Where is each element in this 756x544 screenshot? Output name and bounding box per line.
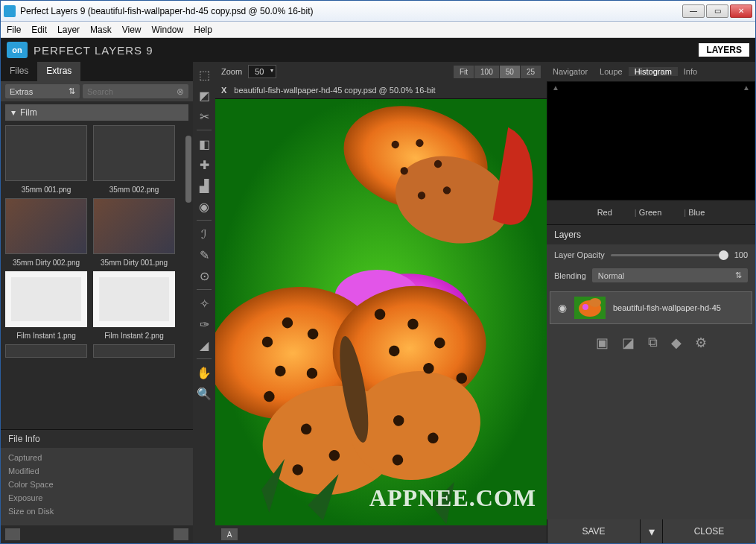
channel-green[interactable]: Green	[639, 208, 662, 217]
paint-tool-icon[interactable]: ✎	[194, 245, 214, 265]
canvas[interactable]: APPNEE.COM	[215, 99, 547, 525]
lasso-tool-icon[interactable]: ⊙	[194, 266, 214, 285]
zoom-tool-icon[interactable]: 🔍	[194, 384, 214, 403]
minimize-button[interactable]: —	[682, 4, 705, 18]
file-info-captured: Captured	[8, 451, 185, 464]
extras-dropdown-label: Extras	[10, 87, 33, 96]
stamp-tool-icon[interactable]: ▟	[194, 176, 214, 195]
zoom-50-button[interactable]: 50	[500, 66, 520, 78]
opacity-slider[interactable]	[611, 254, 728, 256]
gear-icon[interactable]: ⚙	[695, 335, 707, 351]
maximize-button[interactable]: ▭	[706, 4, 728, 18]
menu-window[interactable]: Window	[152, 25, 184, 35]
preset-thumb[interactable]: 35mm 001.png	[5, 125, 87, 194]
menu-layer[interactable]: Layer	[57, 25, 80, 35]
file-info-modified: Modified	[8, 464, 185, 478]
brand-logo: on	[7, 42, 28, 58]
channel-blue[interactable]: Blue	[688, 208, 705, 217]
tab-histogram[interactable]: Histogram	[629, 67, 678, 76]
zoom-100-button[interactable]: 100	[474, 66, 499, 78]
chevron-down-icon: ▾	[270, 67, 273, 74]
tab-loupe[interactable]: Loupe	[594, 67, 629, 76]
brand-name: PERFECT LAYERS 9	[34, 44, 153, 57]
chevron-updown-icon: ⇅	[69, 86, 75, 96]
menu-view[interactable]: View	[122, 25, 142, 35]
scrollbar[interactable]	[185, 136, 191, 203]
hand-tool-icon[interactable]: ✋	[194, 363, 214, 382]
clear-search-icon[interactable]: ⊗	[177, 86, 184, 97]
transform-tool-icon[interactable]: ◩	[194, 86, 214, 105]
section-film-header[interactable]: ▾ Film	[5, 104, 188, 121]
tab-navigator[interactable]: Navigator	[547, 67, 594, 76]
layer-thumbnail	[574, 297, 606, 319]
window-title: Perfect Layers 9 (beautiful-fish-wallpap…	[20, 6, 314, 16]
svg-point-36	[589, 298, 601, 307]
blend-label: Blending	[554, 271, 586, 280]
file-info-colorspace: Color Space	[8, 478, 185, 491]
chevron-updown-icon: ⇅	[735, 271, 742, 280]
scissors-tool-icon[interactable]: ✂	[194, 107, 214, 126]
save-button[interactable]: SAVE	[547, 519, 640, 543]
preset-thumb[interactable]: 35mm 002.png	[93, 125, 175, 194]
eraser-tool-icon[interactable]: ◧	[194, 134, 214, 154]
document-tab-name[interactable]: beautiful-fish-wallpaper-hd-45 copy.psd …	[234, 86, 435, 95]
tab-info[interactable]: Info	[678, 67, 703, 76]
blend-mode-dropdown[interactable]: Normal ⇅	[592, 268, 748, 282]
save-dropdown-icon[interactable]: ▾	[640, 519, 662, 543]
layers-module-button[interactable]: LAYERS	[699, 43, 749, 57]
close-document-icon[interactable]: X	[221, 86, 226, 95]
gradient-tool-icon[interactable]: ◢	[194, 335, 214, 355]
watermark: APPNEE.COM	[369, 484, 536, 512]
merge-layer-icon[interactable]: ⧉	[648, 335, 658, 351]
chevron-down-icon: ▾	[11, 107, 16, 118]
pen-tool-icon[interactable]: ✑	[194, 314, 214, 334]
search-input[interactable]	[87, 87, 177, 96]
duplicate-layer-icon[interactable]: ◪	[622, 335, 635, 351]
svg-point-37	[582, 304, 588, 310]
eye-tool-icon[interactable]: ◉	[194, 197, 214, 216]
view-columns-icon[interactable]	[5, 528, 20, 540]
zoom-25-button[interactable]: 25	[521, 66, 541, 78]
extras-dropdown[interactable]: Extras ⇅	[5, 84, 80, 98]
menu-edit[interactable]: Edit	[31, 25, 47, 35]
heal-tool-icon[interactable]: ✚	[194, 155, 214, 174]
opacity-label: Layer Opacity	[554, 250, 605, 259]
preset-thumb[interactable]: 35mm Dirty 002.png	[5, 198, 87, 267]
wand-tool-icon[interactable]: ✧	[194, 294, 214, 313]
layer-row[interactable]: ◉ beautiful-fish-wallpaper-hd-45	[550, 291, 752, 324]
close-button[interactable]: CLOSE	[662, 519, 755, 543]
zoom-value-dropdown[interactable]: 50 ▾	[248, 65, 276, 78]
clip-highlight-icon[interactable]: ▲	[743, 83, 750, 92]
preset-thumb[interactable]: Film Instant 1.png	[5, 271, 87, 340]
view-grid-icon[interactable]	[174, 528, 188, 540]
zoom-fit-button[interactable]: Fit	[454, 66, 474, 78]
file-info-size: Size on Disk	[8, 505, 185, 518]
menu-mask[interactable]: Mask	[90, 25, 112, 35]
layer-visibility-icon[interactable]: ◉	[558, 302, 567, 314]
tab-files[interactable]: Files	[1, 62, 37, 81]
preset-thumb[interactable]	[5, 344, 87, 358]
file-info-exposure: Exposure	[8, 491, 185, 505]
preset-thumb[interactable]: 35mm Dirty 001.png	[93, 198, 175, 267]
menu-file[interactable]: File	[7, 25, 21, 35]
new-layer-icon[interactable]: ▣	[596, 335, 609, 351]
menu-help[interactable]: Help	[194, 25, 212, 35]
preset-thumb[interactable]: Film Instant 2.png	[93, 271, 175, 340]
section-film-label: Film	[20, 107, 37, 118]
app-icon	[4, 5, 16, 17]
tab-extras[interactable]: Extras	[37, 62, 80, 81]
opacity-value: 100	[734, 250, 748, 259]
layer-name: beautiful-fish-wallpaper-hd-45	[613, 303, 721, 312]
fill-layer-icon[interactable]: ◆	[671, 335, 682, 351]
preset-thumb[interactable]	[93, 344, 175, 358]
histogram-preview: ▲▲	[547, 81, 755, 200]
file-info-header: File Info	[1, 430, 193, 448]
brush-tool-icon[interactable]: ℐ	[194, 224, 214, 244]
channel-red[interactable]: Red	[597, 208, 612, 217]
ab-compare-button[interactable]: A	[221, 528, 238, 540]
zoom-label: Zoom	[221, 67, 242, 76]
crop-tool-icon[interactable]: ⬚	[194, 65, 214, 84]
close-window-button[interactable]: ✕	[730, 4, 752, 18]
clip-shadow-icon[interactable]: ▲	[552, 83, 559, 92]
menu-bar: File Edit Layer Mask View Window Help	[1, 22, 755, 38]
